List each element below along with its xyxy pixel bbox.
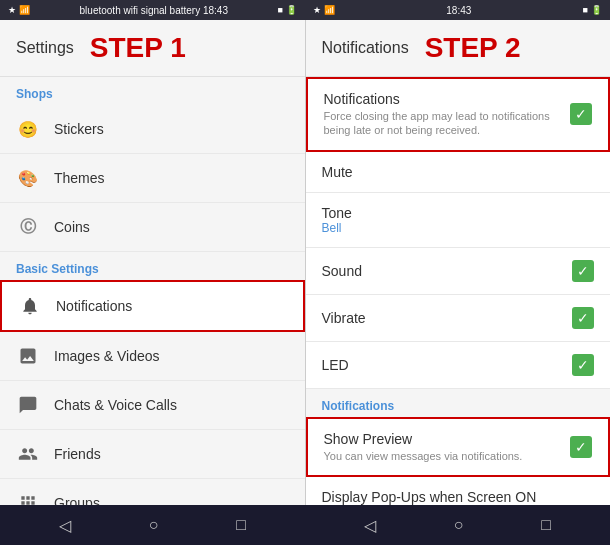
left-recent-btn[interactable]: □ <box>228 512 254 538</box>
left-panel: Settings STEP 1 Shops 😊 Stickers 🎨 Theme… <box>0 20 306 505</box>
tone-value: Bell <box>322 221 595 235</box>
vibrate-title: Vibrate <box>322 310 573 326</box>
images-videos-label: Images & Videos <box>54 348 160 364</box>
left-bottom-nav: ◁ ○ □ <box>0 505 305 545</box>
step2-label: STEP 2 <box>425 32 521 64</box>
main-content: Settings STEP 1 Shops 😊 Stickers 🎨 Theme… <box>0 20 610 505</box>
left-battery-icons: ■ 🔋 <box>278 5 297 15</box>
notifications-checkbox[interactable]: ✓ <box>570 103 592 125</box>
images-videos-icon <box>16 344 40 368</box>
signal-icon: ■ <box>278 5 283 15</box>
show-preview-checkbox[interactable]: ✓ <box>570 436 592 458</box>
show-preview-subtitle: You can view messages via notifications. <box>324 449 571 463</box>
notifications-panel-title: Notifications <box>322 39 409 57</box>
coins-icon: Ⓒ <box>16 215 40 239</box>
left-status-bar: ★ 📶 bluetooth wifi signal battery 18:43 … <box>0 0 305 20</box>
sound-checkbox[interactable]: ✓ <box>572 260 594 282</box>
menu-item-coins[interactable]: Ⓒ Coins <box>0 203 305 252</box>
chats-voice-icon <box>16 393 40 417</box>
notif-item-notifications-toggle[interactable]: Notifications Force closing the app may … <box>306 77 611 152</box>
groups-icon <box>16 491 40 505</box>
menu-item-chats-voice[interactable]: Chats & Voice Calls <box>0 381 305 430</box>
right-wifi-icon: 📶 <box>324 5 335 15</box>
themes-label: Themes <box>54 170 105 186</box>
right-home-btn[interactable]: ○ <box>446 512 472 538</box>
notif-item-vibrate[interactable]: Vibrate ✓ <box>306 295 611 342</box>
notif-display-popups-left: Display Pop-Ups when Screen ON <box>322 489 595 505</box>
themes-icon: 🎨 <box>16 166 40 190</box>
notif-led-left: LED <box>322 357 573 373</box>
bottom-nav: ◁ ○ □ ◁ ○ □ <box>0 505 610 545</box>
menu-item-friends[interactable]: Friends <box>0 430 305 479</box>
notif-item-display-popups[interactable]: Display Pop-Ups when Screen ON <box>306 477 611 505</box>
menu-item-themes[interactable]: 🎨 Themes <box>0 154 305 203</box>
stickers-icon: 😊 <box>16 117 40 141</box>
notif-toggle-title: Notifications <box>324 91 571 107</box>
friends-label: Friends <box>54 446 101 462</box>
led-title: LED <box>322 357 573 373</box>
chats-voice-label: Chats & Voice Calls <box>54 397 177 413</box>
notif-item-led[interactable]: LED ✓ <box>306 342 611 389</box>
display-popups-title: Display Pop-Ups when Screen ON <box>322 489 595 505</box>
right-bluetooth-icon: ★ <box>313 5 321 15</box>
notifications-menu-label: Notifications <box>56 298 132 314</box>
step1-label: STEP 1 <box>90 32 186 64</box>
notif-item-tone[interactable]: Tone Bell <box>306 193 611 248</box>
notif-item-notifications-toggle-left: Notifications Force closing the app may … <box>324 91 571 138</box>
shops-section-label: Shops <box>0 77 305 105</box>
vibrate-checkbox[interactable]: ✓ <box>572 307 594 329</box>
battery-icon: 🔋 <box>286 5 297 15</box>
notif-sound-left: Sound <box>322 263 573 279</box>
wifi-icon: 📶 <box>19 5 30 15</box>
notif-item-show-preview[interactable]: Show Preview You can view messages via n… <box>306 417 611 477</box>
notif-item-mute[interactable]: Mute <box>306 152 611 193</box>
right-time-text: 18:43 <box>446 5 471 16</box>
tone-title: Tone <box>322 205 595 221</box>
notif-item-sound[interactable]: Sound ✓ <box>306 248 611 295</box>
status-bars: ★ 📶 bluetooth wifi signal battery 18:43 … <box>0 0 610 20</box>
friends-icon <box>16 442 40 466</box>
left-status-icons: ★ 📶 <box>8 5 30 15</box>
right-status-bar: ★ 📶 18:43 ■ 🔋 <box>305 0 610 20</box>
notif-vibrate-left: Vibrate <box>322 310 573 326</box>
settings-title: Settings <box>16 39 74 57</box>
left-home-btn[interactable]: ○ <box>141 512 167 538</box>
menu-item-notifications[interactable]: Notifications <box>0 280 305 332</box>
right-status-icons: ★ 📶 <box>313 5 335 15</box>
notif-mute-left: Mute <box>322 164 595 180</box>
notifications-menu-icon <box>18 294 42 318</box>
notifications-section-label2: Notifications <box>306 389 611 417</box>
coins-label: Coins <box>54 219 90 235</box>
left-time: bluetooth wifi signal battery 18:43 <box>80 5 228 16</box>
right-signal-icon: ■ <box>583 5 588 15</box>
notif-show-preview-left: Show Preview You can view messages via n… <box>324 431 571 463</box>
right-bottom-nav: ◁ ○ □ <box>305 505 610 545</box>
left-time-text: bluetooth wifi signal battery 18:43 <box>80 5 228 16</box>
menu-item-stickers[interactable]: 😊 Stickers <box>0 105 305 154</box>
right-battery-icon: 🔋 <box>591 5 602 15</box>
menu-item-groups[interactable]: Groups <box>0 479 305 505</box>
bluetooth-icon: ★ <box>8 5 16 15</box>
right-panel-header: Notifications STEP 2 <box>306 20 611 77</box>
mute-title: Mute <box>322 164 595 180</box>
left-back-btn[interactable]: ◁ <box>51 512 79 539</box>
notif-toggle-subtitle: Force closing the app may lead to notifi… <box>324 109 571 138</box>
sound-title: Sound <box>322 263 573 279</box>
right-recent-btn[interactable]: □ <box>533 512 559 538</box>
groups-label: Groups <box>54 495 100 505</box>
menu-item-images-videos[interactable]: Images & Videos <box>0 332 305 381</box>
led-checkbox[interactable]: ✓ <box>572 354 594 376</box>
show-preview-title: Show Preview <box>324 431 571 447</box>
right-back-btn[interactable]: ◁ <box>356 512 384 539</box>
notif-tone-left: Tone Bell <box>322 205 595 235</box>
right-battery-icons: ■ 🔋 <box>583 5 602 15</box>
stickers-label: Stickers <box>54 121 104 137</box>
right-panel: Notifications STEP 2 Notifications Force… <box>306 20 611 505</box>
basic-settings-label: Basic Settings <box>0 252 305 280</box>
left-panel-header: Settings STEP 1 <box>0 20 305 77</box>
